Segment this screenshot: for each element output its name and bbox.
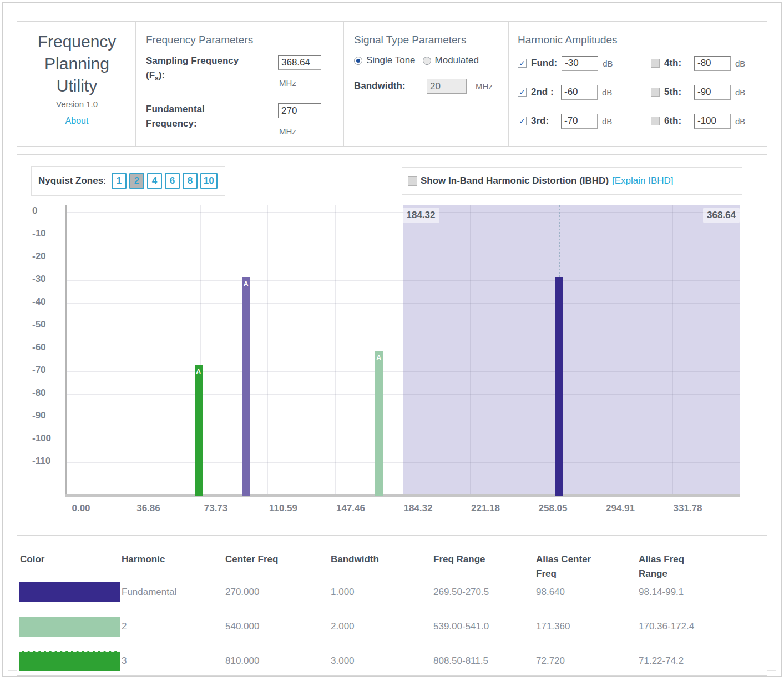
x-tick-label: 147.46 [336,503,365,514]
vertical-gridline [403,205,403,494]
harmonic-1-unit: dB [602,88,612,97]
harmonic-4-label: 5th: [664,87,690,98]
table-cell-bandwidth: 2.000 [331,621,419,632]
nyquist-zone-button-1[interactable]: 1 [112,173,127,189]
spectrum-plot: AAA 184.32368.64 0.0036.8673.73110.59147… [65,205,740,497]
harmonic-5-amplitude-input[interactable]: -100 [694,114,731,129]
table-cell-alias_center_freq: 98.640 [536,587,608,598]
horizontal-gridline [65,394,740,395]
divider [343,22,344,146]
table-cell-harmonic: 3 [122,655,210,667]
sampling-frequency-label-sub: s [155,75,159,83]
modulated-radio[interactable] [423,57,431,65]
y-tick-label: -20 [32,251,46,262]
vertical-gridline [470,205,471,494]
table-cell-freq_range: 808.50-811.5 [433,655,528,667]
harmonic-amplitude-item: ✓Fund:-30dB [518,55,613,72]
table-cell-center_freq: 270.000 [225,587,320,598]
3rd-harmonic-alias-bar: A [195,365,203,496]
harmonic-0-amplitude-input[interactable]: -30 [562,56,598,71]
ibhd-label: Show In-Band Harmonic Distortion (IBHD) [421,175,609,186]
nyquist-zone-button-6[interactable]: 6 [165,173,180,189]
sampling-frequency-label: Sampling Frequency (Fs): [146,54,276,84]
table-cell-bandwidth: 3.000 [331,655,419,667]
nyquist-zone-button-4[interactable]: 4 [147,173,162,189]
fundamental-frequency-label: Fundamental Frequency: [146,102,276,132]
nyquist-zone-button-2[interactable]: 2 [129,173,144,189]
horizontal-gridline [65,303,740,304]
table-header-2: Center Freq [225,552,320,567]
harmonic-4-amplitude-input[interactable]: -90 [694,85,731,100]
bandwidth-input[interactable]: 20 [427,79,467,94]
explain-ibhd-link[interactable]: [Explain IBHD] [612,175,674,186]
ibhd-checkbox[interactable] [408,176,417,186]
table-cell-harmonic: 2 [122,621,210,632]
nyquist-zone-button-10[interactable]: 10 [200,173,218,189]
nyquist-zone-button-8[interactable]: 8 [183,173,198,189]
harmonic-2-amplitude-input[interactable]: -70 [561,114,598,129]
harmonic-1-label: 2nd : [531,87,557,98]
signal-type-radios: Single Tone Modulated [354,55,479,66]
harmonic-3-unit: dB [735,59,745,68]
alias-label: A [375,354,383,362]
about-link[interactable]: About [23,116,131,126]
harmonic-3-checkbox[interactable] [651,59,660,68]
harmonic-amplitude-item: ✓3rd:-70dB [518,113,612,129]
app-title-line2: Planning [23,53,131,75]
harmonic-2-checkbox[interactable]: ✓ [518,117,527,125]
harmonic-2-label: 3rd: [531,115,557,127]
fundamental-dotted-line [559,205,560,277]
table-header-4: Freq Range [433,552,528,567]
frequency-planning-utility-app: Frequency Planning Utility Version 1.0 A… [0,0,784,681]
harmonic-5-checkbox[interactable] [651,117,660,125]
alias-label: A [242,280,250,288]
sampling-frequency-input[interactable]: 368.64 [278,55,321,70]
horizontal-gridline [65,235,740,235]
nyquist-zone-buttons: 1246810 [112,173,218,189]
sampling-frequency-label-line1: Sampling Frequency [146,56,239,66]
nyquist-zones-box: Nyquist Zones: 1246810 [31,166,225,196]
table-cell-alias_freq_range: 71.22-74.2 [639,655,705,667]
x-tick-label: 331.78 [674,503,702,514]
table-header-5: Alias Center Freq [536,552,608,581]
sampling-frequency-label-pre: (F [146,70,155,80]
x-tick-label: 36.86 [136,503,160,514]
y-tick-label: -80 [32,387,46,398]
modulated-label: Modulated [435,55,479,66]
table-cell-alias_center_freq: 171.360 [536,621,608,632]
horizontal-gridline [65,280,740,281]
harmonic-1-amplitude-input[interactable]: -60 [561,85,598,100]
table-cell-alias_center_freq: 72.720 [536,655,608,667]
y-tick-label: -30 [32,274,46,285]
y-tick-label: -60 [32,342,46,353]
harmonic-amplitudes-header: Harmonic Amplitudes [518,34,618,46]
nyquist-zones-label: Nyquist Zones [38,175,103,186]
divider [135,22,136,146]
x-tick-label: 294.91 [606,503,635,514]
x-tick-label: 221.18 [471,503,500,514]
table-cell-alias_freq_range: 170.36-172.4 [639,621,705,632]
fundamental-frequency-label-line1: Fundamental [146,104,205,114]
vertical-gridline [133,205,133,494]
single-tone-radio[interactable] [354,57,362,65]
x-axis-line [65,494,740,497]
harmonic-0-unit: dB [603,59,613,68]
table-cell-freq_range: 269.50-270.5 [433,587,528,598]
2nd-harmonic-alias-bar: A [375,351,383,496]
fundamental-frequency-unit: MHz [279,127,296,136]
x-tick-label: 258.05 [539,503,568,514]
nyquist-zone-2-shaded-region [403,205,740,494]
app-title: Frequency Planning Utility [23,31,131,97]
app-title-line3: Utility [23,75,131,97]
harmonic-amplitude-item: ✓2nd :-60dB [518,84,612,100]
bandwidth-unit: MHz [476,82,493,91]
harmonic-1-checkbox[interactable]: ✓ [518,88,527,97]
y-tick-label: -40 [32,296,46,307]
horizontal-gridline [65,326,740,326]
fundamental-frequency-input[interactable]: 270 [278,103,321,118]
harmonic-3-amplitude-input[interactable]: -80 [694,56,731,71]
harmonic-4-checkbox[interactable] [651,88,660,97]
horizontal-gridline [65,440,740,440]
harmonic-0-checkbox[interactable]: ✓ [518,59,527,68]
harmonic-5-label: 6th: [664,115,690,127]
